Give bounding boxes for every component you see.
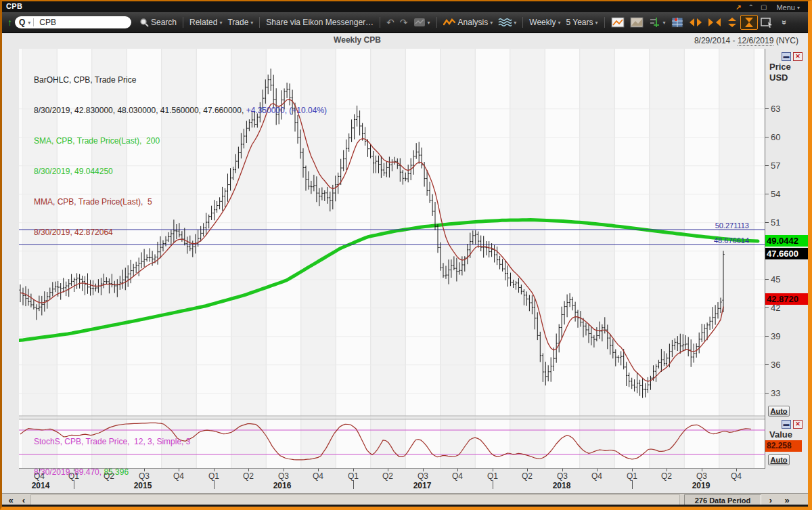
quarter-band bbox=[196, 419, 231, 469]
caret-down-icon: ▾ bbox=[558, 20, 560, 26]
panel-close-icon[interactable]: ✕ bbox=[793, 52, 803, 61]
quarter-band bbox=[754, 49, 765, 416]
tick-mark bbox=[765, 137, 769, 137]
symbol-search-box[interactable]: Q ▾ bbox=[15, 16, 131, 28]
frequency-dropdown[interactable]: Weekly▾ bbox=[526, 16, 563, 28]
line-chart-button[interactable] bbox=[608, 16, 627, 29]
caret-down-icon: ▾ bbox=[490, 20, 493, 26]
annotation-lower-label[interactable]: 48.676614 bbox=[706, 236, 749, 245]
panel-close-icon[interactable]: ✕ bbox=[793, 420, 803, 429]
legend-sma-name: SMA, CPB, Trade Price(Last), 200 bbox=[34, 136, 327, 146]
legend-sma-value: 8/30/2019, 49.044250 bbox=[34, 167, 327, 177]
annotation-upper-label[interactable]: 50.271113 bbox=[706, 221, 749, 230]
quarter-band bbox=[371, 419, 406, 469]
quarter-label: Q1 bbox=[64, 471, 84, 481]
caret-down-icon: ▾ bbox=[514, 20, 516, 26]
year-separator bbox=[74, 480, 74, 489]
panel-minimize-icon[interactable]: ▬ bbox=[782, 52, 791, 61]
last-price-badge: 47.6600 bbox=[765, 248, 811, 259]
quarter-label: Q3 bbox=[134, 471, 154, 481]
tick-mark bbox=[765, 307, 769, 308]
more-tools-icon[interactable]: » bbox=[780, 20, 789, 25]
value-axis-auto-button[interactable]: Auto bbox=[768, 454, 790, 465]
date-range[interactable]: 8/29/2014 - 12/6/2019 (NYC) bbox=[694, 36, 798, 45]
time-compress-button[interactable] bbox=[740, 15, 758, 30]
trade-dropdown[interactable]: Trade▾ bbox=[225, 16, 256, 28]
title-bar: CPB ↗ ⌃ ▢ Menu▾ bbox=[2, 1, 808, 12]
window-bottom-strip bbox=[2, 505, 808, 507]
year-separator bbox=[353, 480, 354, 489]
quarter-band bbox=[301, 419, 336, 469]
value-axis-label: Value bbox=[769, 429, 792, 440]
related-dropdown[interactable]: Related▾ bbox=[187, 16, 225, 28]
quarter-label: Q4 bbox=[168, 471, 189, 481]
price-axis-label: Price bbox=[769, 62, 791, 72]
quarter-band bbox=[405, 419, 441, 469]
year-label: 2015 bbox=[126, 481, 160, 490]
legend-ohlc-name: BarOHLC, CPB, Trade Price bbox=[34, 75, 327, 85]
levels-icon bbox=[649, 17, 661, 28]
window-title: CPB bbox=[6, 2, 22, 10]
chart-template-dropdown[interactable]: ▾ bbox=[411, 16, 433, 28]
quarter-label: Q4 bbox=[726, 471, 746, 481]
year-label: 2016 bbox=[265, 481, 299, 490]
grid-plus-icon bbox=[671, 17, 683, 28]
collapse-icon[interactable]: ⌃ bbox=[748, 3, 754, 12]
share-button[interactable]: Share via Eikon Messenger… bbox=[263, 16, 376, 28]
year-label: 2014 bbox=[24, 481, 58, 490]
zoom-select-button[interactable] bbox=[758, 16, 777, 29]
expand-horizontal-button[interactable] bbox=[686, 16, 705, 28]
line-chart-icon bbox=[611, 17, 625, 28]
mma-price-badge: 42.8720 bbox=[765, 293, 811, 305]
year-label: 2019 bbox=[684, 481, 718, 490]
waves-icon bbox=[498, 18, 512, 27]
snapshot-button[interactable] bbox=[627, 16, 646, 29]
tick-mark bbox=[765, 222, 769, 223]
quarter-band bbox=[441, 419, 476, 469]
caret-down-icon: ▾ bbox=[219, 20, 222, 26]
range-dropdown[interactable]: 5 Years▾ bbox=[563, 16, 600, 28]
undo-button[interactable]: ↶ bbox=[384, 16, 397, 29]
symbol-input[interactable] bbox=[38, 17, 108, 28]
menu-button[interactable]: Menu▾ bbox=[773, 2, 803, 13]
eikon-chart-window: CPB ↗ ⌃ ▢ Menu▾ ↑ Q ▾ Search Related▾ Tr… bbox=[0, 0, 812, 510]
quarter-band bbox=[719, 49, 754, 416]
levels-dropdown[interactable]: ▾ bbox=[646, 16, 669, 29]
popout-icon[interactable]: ↗ bbox=[736, 3, 741, 12]
compress-horizontal-button[interactable] bbox=[705, 16, 724, 28]
quarter-band bbox=[475, 49, 510, 416]
quarter-label: Q3 bbox=[273, 471, 294, 481]
search-icon bbox=[139, 18, 149, 27]
quarter-band bbox=[510, 49, 545, 416]
snapshot-icon bbox=[630, 17, 644, 28]
quarter-band bbox=[545, 419, 580, 469]
analysis-wave-icon bbox=[443, 18, 455, 26]
quarter-band bbox=[614, 49, 650, 416]
tick-mark bbox=[765, 364, 769, 365]
grid-settings-button[interactable] bbox=[669, 16, 686, 29]
tick-mark bbox=[765, 165, 769, 166]
quarter-label: Q2 bbox=[99, 471, 119, 481]
quarter-label: Q2 bbox=[238, 471, 258, 481]
quarter-label: Q1 bbox=[622, 471, 642, 481]
legend-ohlc-change: +4.350000, (+10.04%) bbox=[246, 106, 327, 115]
year-separator bbox=[632, 480, 633, 489]
search-button[interactable]: Search bbox=[137, 16, 179, 28]
quote-caret-icon[interactable]: ▾ bbox=[28, 20, 30, 26]
price-axis-auto-button[interactable]: Auto bbox=[768, 406, 790, 417]
expand-vertical-button[interactable] bbox=[724, 16, 740, 29]
quarter-label: Q2 bbox=[378, 471, 398, 481]
compress-horizontal-icon bbox=[708, 18, 721, 27]
navigate-up-icon[interactable]: ↑ bbox=[7, 17, 12, 28]
redo-button[interactable]: ↷ bbox=[397, 16, 411, 29]
waves-dropdown[interactable]: ▾ bbox=[495, 16, 519, 28]
year-label: 2017 bbox=[405, 481, 439, 490]
main-panel-controls: ▬ ✕ bbox=[782, 52, 803, 61]
quarter-band bbox=[650, 419, 685, 469]
quarter-band bbox=[405, 49, 441, 416]
analysis-dropdown[interactable]: Analysis▾ bbox=[441, 16, 496, 28]
panel-minimize-icon[interactable]: ▬ bbox=[782, 420, 791, 429]
hourglass-icon bbox=[744, 17, 754, 28]
legend-mma-name: MMA, CPB, Trade Price(Last), 5 bbox=[34, 197, 327, 207]
window-icon[interactable]: ▢ bbox=[761, 3, 767, 12]
